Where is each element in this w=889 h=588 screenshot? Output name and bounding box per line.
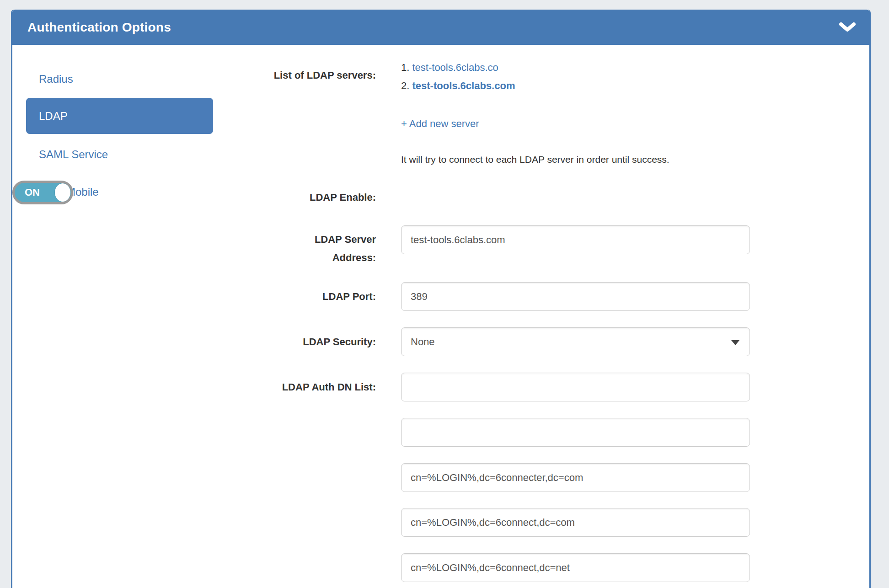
ldap-security-selected-value: None [411, 336, 435, 348]
ldap-enable-toggle[interactable]: ON [12, 181, 73, 204]
ldap-server-address-input[interactable] [401, 225, 750, 254]
ldap-port-label: LDAP Port: [193, 282, 376, 311]
authentication-options-panel: Authentication Options Radius LDAP SAML … [11, 10, 871, 588]
add-new-server-link[interactable]: + Add new server [401, 116, 479, 132]
ldap-server-list: 1. test-tools.6clabs.co 2. test-tools.6c… [401, 59, 750, 95]
ldap-server-item: 1. test-tools.6clabs.co [401, 59, 750, 77]
server-link-2[interactable]: test-tools.6clabs.com [412, 80, 515, 91]
server-item-number: 2. [401, 80, 409, 91]
ldap-auth-dn-input-1[interactable] [401, 373, 750, 401]
ldap-auth-dn-input-3[interactable] [401, 463, 750, 492]
toggle-knob[interactable] [55, 183, 70, 202]
ldap-port-input[interactable] [401, 282, 750, 311]
panel-header[interactable]: Authentication Options [12, 10, 869, 45]
ldap-security-select[interactable]: None [401, 327, 750, 356]
ldap-order-hint: It will try to connect to each LDAP serv… [401, 152, 750, 167]
tab-saml-service[interactable]: SAML Service [26, 147, 213, 162]
ldap-auth-dn-input-4[interactable] [401, 508, 750, 537]
ldap-auth-dn-list-label: LDAP Auth DN List: [193, 373, 376, 401]
panel-title: Authentication Options [27, 20, 171, 35]
toggle-state-text: ON [25, 187, 40, 198]
ldap-server-address-label: LDAP Server Address: [284, 230, 376, 267]
tab-radius[interactable]: Radius [26, 71, 213, 87]
dropdown-arrow-icon [731, 340, 739, 345]
ldap-auth-dn-input-2[interactable] [401, 418, 750, 447]
collapse-chevron-icon[interactable] [839, 22, 856, 33]
ldap-enable-label: LDAP Enable: [193, 183, 376, 212]
panel-body: Radius LDAP SAML Service DUO Mobile List… [12, 45, 869, 588]
server-item-number: 1. [401, 62, 409, 73]
ldap-security-label: LDAP Security: [193, 327, 376, 356]
ldap-servers-list-label: List of LDAP servers: [193, 61, 376, 90]
ldap-auth-dn-input-5[interactable] [401, 553, 750, 582]
tab-ldap[interactable]: LDAP [26, 98, 213, 134]
server-link-1[interactable]: test-tools.6clabs.co [412, 62, 498, 73]
ldap-server-item: 2. test-tools.6clabs.com [401, 77, 750, 95]
